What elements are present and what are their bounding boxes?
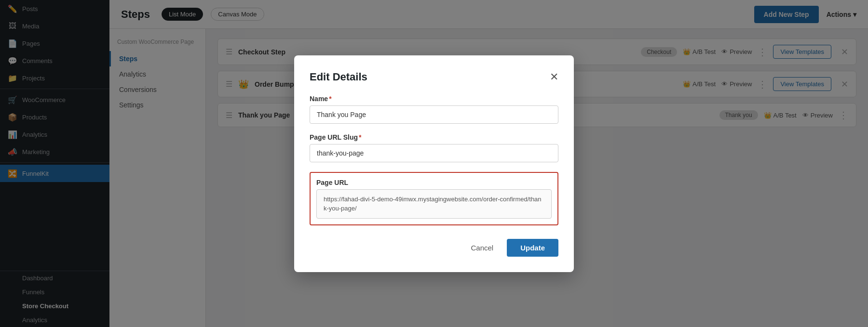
modal-header: Edit Details ✕ xyxy=(310,71,558,83)
slug-label: Page URL Slug* xyxy=(310,133,558,141)
edit-details-modal: Edit Details ✕ Name* Page URL Slug* Page… xyxy=(294,55,574,272)
update-button[interactable]: Update xyxy=(507,239,558,257)
name-form-group: Name* xyxy=(310,95,558,124)
name-label: Name* xyxy=(310,95,558,103)
modal-overlay[interactable]: Edit Details ✕ Name* Page URL Slug* Page… xyxy=(0,0,868,327)
slug-input[interactable] xyxy=(310,144,558,162)
modal-title: Edit Details xyxy=(310,71,367,83)
page-url-label: Page URL xyxy=(316,179,552,186)
modal-footer: Cancel Update xyxy=(310,239,558,257)
modal-close-button[interactable]: ✕ xyxy=(550,71,558,83)
page-url-value: https://fahad-divi-5-demo-49imwx.mystagi… xyxy=(316,189,552,219)
slug-form-group: Page URL Slug* xyxy=(310,133,558,162)
page-url-form-group: Page URL https://fahad-divi-5-demo-49imw… xyxy=(310,172,558,225)
cancel-button[interactable]: Cancel xyxy=(463,239,501,257)
name-input[interactable] xyxy=(310,105,558,124)
